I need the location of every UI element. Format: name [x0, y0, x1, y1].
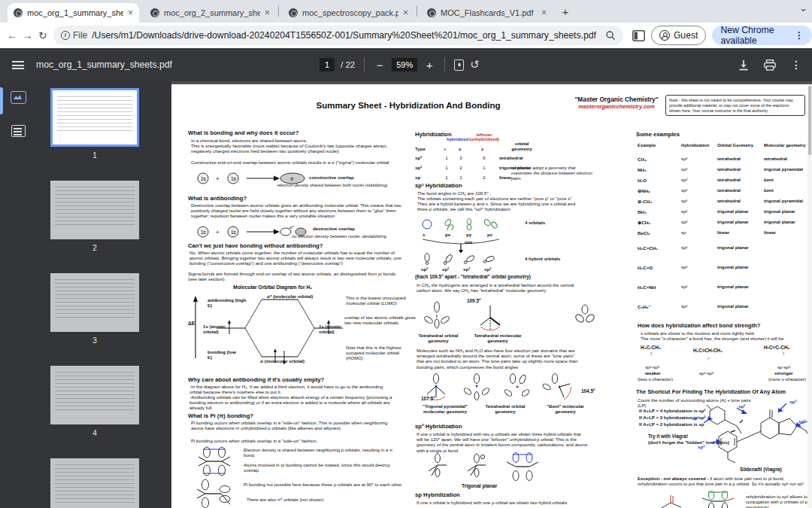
table-cell: 1: [453, 175, 469, 180]
disclaimer-note: Note - this sheet is not meant to be com…: [665, 95, 805, 116]
magnifier-icon[interactable]: [605, 30, 616, 41]
more-icon[interactable]: ⋮: [795, 30, 804, 41]
new-tab-button[interactable]: +: [556, 4, 574, 22]
table-cell: sp²: [681, 245, 717, 250]
exception-bold: Exception - not always covered -: [638, 476, 708, 481]
hybridization-label: sp³-sp³: [645, 364, 659, 370]
plus-sign: +: [216, 229, 220, 236]
url-text: /Users/m1/Downloads/drive-download-20240…: [92, 30, 601, 41]
table-row: H₂C=Osp²trigonal planar: [638, 257, 812, 277]
sildenafil-structure: [698, 400, 812, 467]
body-text: If one s orbital is hybridized with two …: [417, 431, 588, 453]
sp-label: sp²: [798, 418, 805, 424]
table-cell: 1: [441, 175, 453, 180]
chevron-down-icon[interactable]: ⌄: [799, 2, 807, 14]
table-row: NH₃sp³tetrahedraltrigonal pyramidal: [638, 164, 812, 175]
orbital-label: 1s: [201, 230, 207, 235]
structure-caption: "Bent" molecular geometry: [541, 403, 589, 414]
close-icon[interactable]: ×: [265, 8, 270, 18]
h2o-orbital-structure: [501, 373, 534, 403]
tab-1[interactable]: moc_org_1_summary_sheets ×: [8, 3, 139, 23]
table-row: C₆H₅⁻sp²trigonal planar: [638, 297, 812, 316]
nh3-orbital-structure: [460, 373, 493, 403]
page-thumbnail-5[interactable]: [50, 458, 139, 508]
table-cell: sp: [681, 230, 717, 235]
reload-button[interactable]: ↻: [35, 29, 50, 41]
profile-label: Guest: [674, 30, 698, 41]
zoom-out-button[interactable]: −: [374, 59, 386, 71]
menu-icon[interactable]: [12, 61, 24, 69]
address-bar[interactable]: i File /Users/m1/Downloads/drive-downloa…: [53, 26, 623, 45]
pdf-favicon: [427, 8, 436, 17]
page-thumbnail-2[interactable]: [50, 181, 139, 239]
table-cell: sp²: [681, 284, 717, 289]
tab-4[interactable]: MOC_Flashcards_V1.pdf ×: [421, 3, 553, 23]
table-cell: tetrahedral: [717, 188, 764, 193]
tab-3[interactable]: moc_spectroscopy_pack.pdf ×: [283, 3, 414, 23]
file-chip-label: File: [73, 30, 87, 41]
back-button[interactable]: ←: [5, 29, 20, 41]
pdf-scrollbar[interactable]: [807, 84, 812, 508]
page-thumbnail-1[interactable]: [50, 88, 139, 147]
rotate-icon[interactable]: ↺: [470, 58, 480, 71]
tetrahedral-orbital-structure: [421, 300, 453, 331]
column-header: p: [481, 146, 484, 151]
print-icon[interactable]: [764, 59, 776, 71]
page-thumbnail-3[interactable]: [50, 273, 139, 332]
body-text: Constructive end-on-end overlap between …: [191, 160, 400, 165]
page-thumbnail-4[interactable]: [50, 366, 139, 424]
diagram-label: 4 hybrid orbitals: [525, 256, 560, 261]
sp-label: sp³: [789, 399, 796, 404]
sp3-label: sp³: [484, 266, 491, 272]
orbital-label: 1s: [231, 230, 237, 235]
scrollbar-thumb[interactable]: [808, 86, 811, 155]
pdf-favicon: [289, 8, 298, 17]
table-cell: trigonal planar: [717, 304, 764, 309]
section-heading: What is Pi (π) bonding?: [188, 412, 253, 419]
mo-1s-left-label: 1s (atomic orbital): [203, 324, 235, 334]
page-title: Summary Sheet - Hybridization And Bondin…: [277, 101, 540, 110]
column-header: Hybridization: [681, 143, 717, 148]
zoom-in-button[interactable]: +: [423, 59, 435, 71]
thumbnail-label: 3: [50, 336, 139, 345]
structure-caption: "Trigonal pyramidal" molecular geometry: [414, 403, 477, 414]
thumbnails-view-icon[interactable]: [11, 91, 26, 104]
info-icon: i: [61, 31, 70, 40]
table-cell: trigonal planar: [717, 245, 764, 250]
mo-diagram-title: Molecular Orbital Diagram for H₂: [233, 284, 312, 291]
destructive-overlap-diagram: 1s + 1s σ*: [194, 223, 307, 241]
orbital-label: 1s: [231, 176, 237, 181]
mo-delta-e: ΔE: [188, 321, 195, 327]
page-input[interactable]: 1: [320, 58, 335, 71]
body-text: Destructive overlap between atomic orbit…: [191, 202, 408, 219]
pdf-filename: moc_org_1_summary_sheets.pdf: [36, 59, 172, 70]
body-text: This is energetically favorable (more st…: [191, 143, 400, 154]
zoom-input[interactable]: 59%: [392, 58, 417, 71]
table-cell: sp²: [681, 304, 717, 309]
more-icon[interactable]: ⋮: [791, 59, 801, 71]
tab-title: MOC_Flashcards_V1.pdf: [441, 8, 537, 17]
side-panel-icon[interactable]: [632, 30, 645, 41]
tetrahedral-molecular-structure: [475, 303, 505, 333]
body-text: Pi bonding occurs when orbitals overlap …: [191, 420, 391, 430]
table-cell: bent: [764, 188, 812, 193]
download-icon[interactable]: [738, 59, 749, 71]
close-icon[interactable]: ×: [128, 8, 133, 18]
update-chrome-button[interactable]: New Chrome available ⋮: [712, 26, 812, 45]
hybrid-orbitals-diagram: [420, 253, 510, 265]
table-row: ⊕CH₃sp²trigonal planartrigonal planar: [638, 217, 812, 227]
document-outline-icon[interactable]: [11, 125, 26, 137]
strength-sublabel: (less s-character): [638, 376, 673, 382]
orbital-label: 1s: [201, 176, 207, 181]
tab-2[interactable]: moc_org_2_summary_sheet ×: [144, 3, 276, 23]
up-arrow-icon: ↑: [782, 351, 785, 357]
table-cell: 3: [453, 155, 469, 160]
close-icon[interactable]: ×: [403, 8, 408, 18]
mo-bonding-label: bonding (low E): [208, 349, 238, 360]
forward-button[interactable]: →: [20, 29, 35, 41]
browser-window: moc_org_1_summary_sheets × moc_org_2_sum…: [0, 0, 812, 508]
profile-button[interactable]: Guest: [651, 26, 707, 45]
molecule-formula: H₃C-CH₃: [641, 345, 661, 351]
fit-page-icon[interactable]: [454, 59, 464, 71]
close-icon[interactable]: ×: [541, 8, 547, 18]
